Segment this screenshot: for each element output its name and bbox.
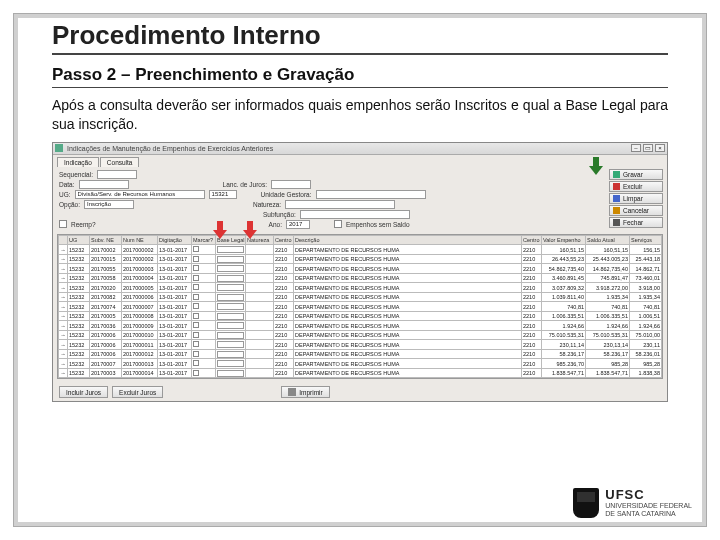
table-row[interactable]: →1523220170020201700000513-01-20172210DE… — [59, 283, 662, 293]
marcar-checkbox[interactable] — [193, 351, 199, 357]
ufsc-shield-icon — [573, 488, 599, 518]
marcar-checkbox[interactable] — [193, 322, 199, 328]
label-data: Data: — [59, 181, 75, 188]
label-reemp: Reemp? — [71, 221, 96, 228]
unidade-input[interactable] — [316, 190, 426, 199]
bottom-toolbar: Incluir Juros Excluir Juros Imprimir — [53, 383, 667, 401]
reemp-checkbox[interactable] — [59, 220, 67, 228]
table-row[interactable]: →1523220170036201700000913-01-20172210DE… — [59, 321, 662, 331]
marcar-checkbox[interactable] — [193, 313, 199, 319]
label-opcao: Opção: — [59, 201, 80, 208]
tab-indicacao[interactable]: Indicação — [57, 157, 99, 167]
window-title: Indicações de Manutenção de Empenhos de … — [67, 145, 631, 152]
printer-icon — [288, 388, 296, 396]
col-header: Digitação — [158, 235, 192, 245]
table-row[interactable]: →1523220170005201700000813-01-20172210DE… — [59, 311, 662, 321]
base-legal-select[interactable] — [217, 351, 244, 358]
table-row[interactable]: →1523220170002201700000213-01-20172210DE… — [59, 245, 662, 255]
empenhos-sem-saldo-checkbox[interactable] — [334, 220, 342, 228]
data-input[interactable] — [79, 180, 129, 189]
table-row[interactable]: →1523220170058201700000413-01-20172210DE… — [59, 273, 662, 283]
minimize-button[interactable]: – — [631, 144, 641, 152]
form-area: Gravar Excluir Limpar Cancelar Fechar Se… — [53, 167, 667, 232]
action-sidebar: Gravar Excluir Limpar Cancelar Fechar — [609, 169, 663, 228]
natureza-input[interactable] — [285, 200, 395, 209]
marcar-checkbox[interactable] — [193, 284, 199, 290]
imprimir-button[interactable]: Imprimir — [281, 386, 329, 398]
limpar-button[interactable]: Limpar — [609, 193, 663, 204]
col-header: Num NE — [122, 235, 158, 245]
marcar-checkbox[interactable] — [193, 370, 199, 376]
page-description: Após a consulta deverão ser informados q… — [52, 96, 668, 134]
lanc-juros-input[interactable] — [271, 180, 311, 189]
col-header: Serviços — [630, 235, 662, 245]
base-legal-select[interactable] — [217, 294, 244, 301]
gravar-button[interactable]: Gravar — [609, 169, 663, 180]
base-legal-select[interactable] — [217, 275, 244, 282]
marcar-checkbox[interactable] — [193, 294, 199, 300]
excluir-juros-button[interactable]: Excluir Juros — [112, 386, 163, 398]
table-row[interactable]: →1523220170055201700000313-01-20172210DE… — [59, 264, 662, 274]
marcar-checkbox[interactable] — [193, 275, 199, 281]
table-row[interactable]: →1523220170007201700001313-01-20172210DE… — [59, 359, 662, 369]
col-header: Valor Empenho — [542, 235, 586, 245]
marcar-checkbox[interactable] — [193, 332, 199, 338]
base-legal-select[interactable] — [217, 246, 244, 253]
maximize-button[interactable]: ▭ — [643, 144, 653, 152]
marcar-checkbox[interactable] — [193, 256, 199, 262]
marcar-checkbox[interactable] — [193, 265, 199, 271]
col-header — [59, 235, 68, 245]
base-legal-select[interactable] — [217, 341, 244, 348]
subfuncao-input[interactable] — [300, 210, 410, 219]
col-header: Subv. NE — [90, 235, 122, 245]
label-ug: UG: — [59, 191, 71, 198]
marcar-checkbox[interactable] — [193, 246, 199, 252]
table-row[interactable]: →1523220170006201700001213-01-20172210DE… — [59, 349, 662, 359]
marcar-checkbox[interactable] — [193, 360, 199, 366]
tab-consulta[interactable]: Consulta — [100, 157, 140, 167]
table-row[interactable]: →1523220170006201700001013-01-20172210DE… — [59, 330, 662, 340]
label-lanc-juros: Lanc. de Juros: — [223, 181, 267, 188]
cancelar-button[interactable]: Cancelar — [609, 205, 663, 216]
footer-logo: UFSC UNIVERSIDADE FEDERAL DE SANTA CATAR… — [573, 488, 692, 518]
marcar-checkbox[interactable] — [193, 303, 199, 309]
table-row[interactable]: →1523220170003201700001413-01-20172210DE… — [59, 368, 662, 378]
opcao-select[interactable]: Inscrição — [84, 200, 134, 209]
incluir-juros-button[interactable]: Incluir Juros — [59, 386, 108, 398]
app-icon — [55, 144, 63, 152]
base-legal-select[interactable] — [217, 256, 244, 263]
marcar-checkbox[interactable] — [193, 341, 199, 347]
col-header: Descrição — [294, 235, 522, 245]
delete-icon — [613, 183, 620, 190]
ug-input[interactable]: Divisão/Serv. de Recursos Humanos — [75, 190, 205, 199]
label-natureza: Natureza: — [253, 201, 281, 208]
highlight-arrow-baselegal — [243, 221, 257, 241]
tab-strip: Indicação Consulta — [53, 155, 667, 167]
col-header: Saldo Atual — [586, 235, 630, 245]
col-header: UG — [68, 235, 90, 245]
table-row[interactable]: →1523220170074201700000713-01-20172210DE… — [59, 302, 662, 312]
highlight-arrow-gravar — [589, 157, 603, 177]
base-legal-select[interactable] — [217, 360, 244, 367]
ug-code-input[interactable]: 15321 — [209, 190, 237, 199]
close-window-button[interactable]: × — [655, 144, 665, 152]
base-legal-select[interactable] — [217, 265, 244, 272]
cancel-icon — [613, 207, 620, 214]
base-legal-select[interactable] — [217, 370, 244, 377]
fechar-button[interactable]: Fechar — [609, 217, 663, 228]
table-row[interactable]: →1523220170006201700001113-01-20172210DE… — [59, 340, 662, 350]
sequencial-input[interactable] — [97, 170, 137, 179]
table-row[interactable]: →1523220170015201700000213-01-20172210DE… — [59, 254, 662, 264]
excluir-button[interactable]: Excluir — [609, 181, 663, 192]
base-legal-select[interactable] — [217, 284, 244, 291]
ano-input[interactable]: 2017 — [286, 220, 310, 229]
col-header: Centro — [274, 235, 294, 245]
close-icon — [613, 219, 620, 226]
base-legal-select[interactable] — [217, 303, 244, 310]
base-legal-select[interactable] — [217, 313, 244, 320]
page-subtitle: Passo 2 – Preenchimento e Gravação — [52, 65, 668, 88]
label-ano: Ano: — [269, 221, 282, 228]
base-legal-select[interactable] — [217, 332, 244, 339]
base-legal-select[interactable] — [217, 322, 244, 329]
table-row[interactable]: →1523220170082201700000613-01-20172210DE… — [59, 292, 662, 302]
